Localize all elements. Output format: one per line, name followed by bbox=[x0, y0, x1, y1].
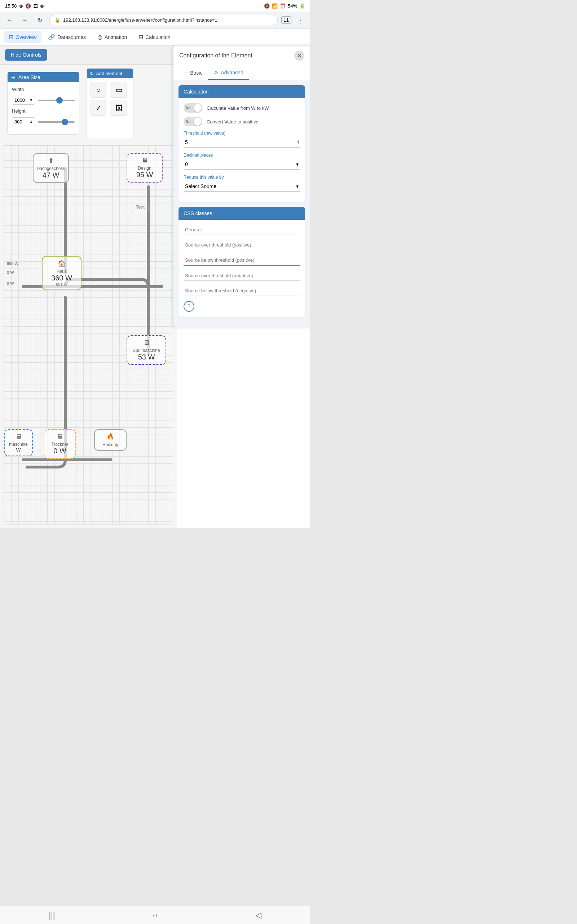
back-button[interactable]: ← bbox=[3, 15, 15, 26]
toggle-positive[interactable]: No bbox=[184, 117, 202, 126]
node-spulmaschine[interactable]: 🖥 Spülmaschine 53 W bbox=[127, 335, 166, 365]
refresh-button[interactable]: ↻ bbox=[34, 15, 45, 26]
hide-controls-button[interactable]: Hide Controls bbox=[5, 49, 47, 61]
reduce-by-label: Reduce this value by bbox=[184, 175, 300, 180]
width-input-row: 1000 ⬍ bbox=[12, 96, 75, 105]
status-icon-2: 🔇 bbox=[25, 3, 31, 9]
status-bar: 15:58 ⊗ 🔇 🖼 ⊗ 🔕 📶 ⏰ 54% 🔋 bbox=[0, 0, 310, 11]
toggle-w-kw[interactable]: No bbox=[184, 103, 202, 113]
node-trockner[interactable]: 🖥 Trockner 0 W bbox=[44, 429, 76, 459]
threshold-input-wrapper: ⬍ bbox=[184, 137, 300, 148]
grid-canvas[interactable]: ⬆ Dachgeschoss 47 W 🖥 Design 95 W Text 🏠… bbox=[3, 145, 173, 525]
area-size-title: Area Size bbox=[18, 74, 40, 80]
width-row: Width bbox=[12, 87, 75, 92]
toggle-positive-knob bbox=[193, 118, 201, 126]
css-over-pos-row bbox=[184, 240, 300, 250]
threshold-input[interactable] bbox=[184, 137, 297, 147]
config-close-button[interactable]: ✕ bbox=[294, 50, 305, 61]
forward-button[interactable]: → bbox=[19, 15, 30, 26]
trockner-value: 0 W bbox=[47, 447, 73, 455]
node-heizung[interactable]: 🔥 Heizung bbox=[94, 429, 127, 451]
calculation-section-body: No Calculate Value from W to kW No Conve… bbox=[179, 98, 305, 202]
node-design[interactable]: 🖥 Design 95 W bbox=[127, 153, 163, 183]
nav-tabs: ⊞ Overview 🔗 Datasources ◎ Animation ⊟ C… bbox=[0, 29, 310, 45]
config-tab-basic[interactable]: ≡ Basic bbox=[179, 66, 208, 80]
width-slider-thumb[interactable] bbox=[56, 97, 63, 103]
css-classes-section: CSS classes bbox=[179, 207, 305, 317]
status-icon-1: ⊗ bbox=[19, 3, 23, 9]
tab-calculation-label: Calculation bbox=[145, 34, 170, 40]
maschine-icon: 🖥 bbox=[8, 433, 29, 440]
reduce-by-select[interactable]: Select Source ▾ bbox=[184, 181, 300, 192]
design-value: 95 W bbox=[130, 171, 159, 179]
element-check-btn[interactable]: ✓ bbox=[90, 100, 106, 116]
threshold-spinner[interactable]: ⬍ bbox=[297, 140, 300, 145]
heizung-icon: 🔥 bbox=[98, 433, 123, 441]
text-label: Text bbox=[136, 204, 145, 210]
toggle-positive-label: No bbox=[186, 120, 190, 124]
css-below-neg-row bbox=[184, 286, 300, 296]
left-panel: Hide Controls ⊞ Area Size Width 1000 ⬍ bbox=[0, 45, 177, 528]
toggle-w-kw-text: Calculate Value from W to kW bbox=[206, 105, 269, 111]
add-icon: ↻ bbox=[90, 71, 94, 76]
browser-menu-button[interactable]: ⋮ bbox=[295, 15, 306, 26]
element-circle-btn[interactable]: ○ bbox=[90, 82, 106, 98]
toggle-row-positive: No Convert Value to positive bbox=[184, 117, 300, 126]
spulmaschine-label: Spülmaschine bbox=[130, 348, 163, 353]
alarm-icon: ⏰ bbox=[280, 3, 285, 9]
help-button[interactable]: ? bbox=[184, 301, 194, 312]
css-over-pos-input[interactable] bbox=[184, 240, 300, 250]
decimal-places-label: Decimal places bbox=[184, 153, 300, 158]
status-time-area: 15:58 ⊗ 🔇 🖼 ⊗ bbox=[5, 3, 44, 9]
tab-calculation[interactable]: ⊟ Calculation bbox=[134, 31, 175, 43]
tab-animation-label: Animation bbox=[105, 34, 127, 40]
basic-tab-icon: ≡ bbox=[185, 70, 188, 76]
config-tab-advanced[interactable]: ⚙ Advanced bbox=[208, 66, 249, 80]
status-time: 15:58 bbox=[5, 3, 17, 9]
config-body: Calculation No Calculate Value from W to… bbox=[174, 80, 310, 327]
tab-overview[interactable]: ⊞ Overview bbox=[3, 31, 42, 43]
node-haus[interactable]: 🏠 Haus 360 W 651 W bbox=[42, 256, 82, 290]
width-label: Width bbox=[12, 87, 30, 92]
element-icons-grid: ○ ▭ ✓ 🖼 bbox=[90, 82, 129, 116]
tab-overview-label: Overview bbox=[16, 34, 36, 40]
design-icon: 🖥 bbox=[130, 157, 159, 164]
tab-datasources[interactable]: 🔗 Datasources bbox=[43, 31, 91, 43]
basic-tab-label: Basic bbox=[190, 70, 202, 76]
advanced-tab-icon: ⚙ bbox=[214, 69, 219, 76]
calculation-section-header: Calculation bbox=[179, 85, 305, 98]
add-element-title: Add element bbox=[96, 71, 122, 76]
css-general-input[interactable] bbox=[184, 225, 300, 235]
css-classes-body: ? bbox=[179, 220, 305, 317]
tab-animation[interactable]: ◎ Animation bbox=[92, 31, 132, 43]
decimal-places-value: 0 bbox=[185, 162, 188, 167]
lock-icon: 🔒 bbox=[55, 17, 60, 23]
height-input[interactable]: 800 ⬍ bbox=[12, 117, 35, 126]
node-text[interactable]: Text bbox=[132, 202, 148, 212]
node-maschine[interactable]: 🖥 maschine W bbox=[4, 429, 33, 456]
config-panel: Configuration of the Element ✕ ≡ Basic ⚙… bbox=[173, 45, 310, 327]
width-value: 1000 bbox=[15, 97, 25, 103]
trockner-icon: 🖥 bbox=[47, 433, 73, 440]
url-bar[interactable]: 🔒 192.168.138.91:8082/energiefluss-erwei… bbox=[49, 15, 278, 25]
height-slider-thumb[interactable] bbox=[62, 119, 68, 125]
element-rect-btn[interactable]: ▭ bbox=[111, 82, 127, 98]
width-input[interactable]: 1000 ⬍ bbox=[12, 96, 35, 105]
overview-icon: ⊞ bbox=[9, 34, 13, 40]
decimal-places-chevron: ▾ bbox=[296, 162, 298, 167]
node-dachgeschoss[interactable]: ⬆ Dachgeschoss 47 W bbox=[33, 153, 69, 183]
browser-bar: ← → ↻ 🔒 192.168.138.91:8082/energiefluss… bbox=[0, 11, 310, 29]
haus-subvalue: 651 W bbox=[45, 282, 78, 287]
reduce-by-chevron: ▾ bbox=[296, 183, 298, 189]
css-below-neg-input[interactable] bbox=[184, 286, 300, 296]
css-below-pos-input[interactable] bbox=[184, 255, 300, 266]
config-title: Configuration of the Element bbox=[179, 52, 253, 59]
toolbar: Hide Controls bbox=[0, 45, 177, 65]
threshold-label: Threshold (raw value) bbox=[184, 131, 300, 136]
datasources-icon: 🔗 bbox=[48, 34, 55, 40]
css-over-neg-input[interactable] bbox=[184, 271, 300, 281]
decimal-places-select[interactable]: 0 ▾ bbox=[184, 159, 300, 170]
height-value: 800 bbox=[15, 119, 23, 124]
calculation-section: Calculation No Calculate Value from W to… bbox=[179, 85, 305, 202]
element-image-btn[interactable]: 🖼 bbox=[111, 100, 127, 116]
